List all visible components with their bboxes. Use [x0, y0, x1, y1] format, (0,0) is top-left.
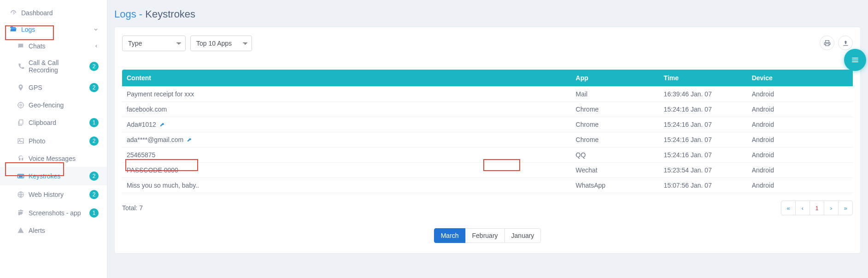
table-row[interactable]: Payment receipt for xxxMail16:39:46 Jan.… [122, 87, 853, 102]
sidebar-label: Web History [29, 191, 89, 198]
svg-rect-6 [18, 175, 19, 176]
sidebar-badge: 2 [89, 83, 99, 92]
cell-device: Android [747, 132, 853, 148]
chats-icon [16, 42, 26, 50]
cell-app: Chrome [571, 132, 659, 148]
sidebar-item-keystrokes[interactable]: Keystrokes2 [0, 167, 107, 185]
page-title-sub: Keystrokes [145, 8, 195, 20]
cell-content: Miss you so much, baby.. [122, 178, 571, 193]
cell-time: 16:39:46 Jan. 07 [659, 87, 747, 102]
sidebar-item-gps[interactable]: GPS2 [0, 78, 107, 97]
screenshots-icon [16, 209, 26, 217]
cell-device: Android [747, 148, 853, 163]
toolbar: Type Top 10 Apps [122, 35, 853, 51]
cell-device: Android [747, 87, 853, 102]
sidebar-item-calls[interactable]: Call & Call Recording2 [0, 54, 107, 78]
page-title-sep: - [136, 8, 146, 20]
svg-point-4 [19, 140, 20, 141]
sidebar-badge: 2 [89, 172, 99, 181]
table-row[interactable]: Miss you so much, baby..WhatsApp15:07:56… [122, 178, 853, 193]
table-row[interactable]: Ada#1012 Chrome15:24:16 Jan. 07Android [122, 117, 853, 132]
print-button[interactable] [820, 35, 834, 50]
cell-time: 15:24:16 Jan. 07 [659, 102, 747, 117]
table-header-row: Content App Time Device [122, 70, 853, 87]
sidebar-item-alerts[interactable]: Alerts [0, 222, 107, 239]
table-row[interactable]: facebook.comChrome15:24:16 Jan. 07Androi… [122, 102, 853, 117]
page-last-button[interactable]: » [838, 201, 853, 215]
page-prev-button[interactable]: ‹ [795, 201, 810, 215]
sidebar-item-screenshots[interactable]: Screenshots - app1 [0, 204, 107, 222]
sidebar-label: Screenshots - app [29, 209, 89, 217]
menu-fab-button[interactable] [844, 49, 866, 71]
cell-content: Ada#1012 [122, 117, 571, 132]
svg-rect-13 [825, 43, 829, 45]
table-row[interactable]: ada****@gmail.com Chrome15:24:16 Jan. 07… [122, 132, 853, 148]
page-title: Logs - Keystrokes [114, 8, 861, 20]
gps-icon [16, 84, 26, 91]
sidebar-badge: 2 [89, 62, 99, 71]
month-button-january[interactable]: January [504, 228, 541, 243]
sidebar-item-webhistory[interactable]: Web History2 [0, 185, 107, 204]
sidebar-item-clipboard[interactable]: Clipboard1 [0, 113, 107, 132]
cell-device: Android [747, 163, 853, 178]
sidebar-label: Logs [21, 26, 93, 33]
clipboard-icon [16, 119, 26, 126]
cell-device: Android [747, 178, 853, 193]
col-device[interactable]: Device [747, 70, 853, 87]
month-button-february[interactable]: February [465, 228, 505, 243]
sidebar-badge: 2 [89, 190, 99, 199]
total-count: Total: 7 [122, 204, 143, 212]
cell-time: 15:24:16 Jan. 07 [659, 117, 747, 132]
sidebar-item-photo[interactable]: Photo2 [0, 132, 107, 150]
page-first-button[interactable]: « [781, 201, 796, 215]
sidebar-item-voice[interactable]: Voice Messages [0, 150, 107, 167]
col-content[interactable]: Content [122, 70, 571, 87]
keystrokes-table: Content App Time Device Payment receipt … [122, 70, 853, 193]
cell-app: QQ [571, 148, 659, 163]
col-time[interactable]: Time [659, 70, 747, 87]
page-next-button[interactable]: › [824, 201, 839, 215]
svg-point-0 [18, 102, 23, 108]
calls-icon [16, 63, 26, 70]
cell-content: ada****@gmail.com [122, 132, 571, 148]
alerts-icon [16, 227, 26, 234]
svg-rect-9 [22, 175, 23, 176]
pagination: « ‹ 1 › » [781, 201, 853, 215]
sidebar-badge: 1 [89, 208, 99, 218]
chevron-down-icon [93, 27, 99, 32]
cell-device: Android [747, 117, 853, 132]
voice-icon [16, 155, 26, 162]
top-apps-select[interactable]: Top 10 Apps [190, 35, 252, 51]
month-button-march[interactable]: March [434, 228, 466, 243]
content-panel: Type Top 10 Apps [114, 27, 861, 254]
sidebar-item-chats[interactable]: Chats [0, 38, 107, 54]
sidebar-item-dashboard[interactable]: Dashboard [0, 5, 107, 21]
sidebar-label: Keystrokes [29, 172, 89, 180]
sidebar-label: Chats [29, 42, 94, 50]
table-row[interactable]: 25465875QQ15:24:16 Jan. 07Android [122, 148, 853, 163]
sidebar-item-logs[interactable]: Logs [0, 21, 107, 38]
sidebar-label: Dashboard [21, 9, 99, 17]
page-number-button[interactable]: 1 [809, 201, 824, 215]
table-row[interactable]: PASSCODE 0000Wechat15:23:54 Jan. 07Andro… [122, 163, 853, 178]
key-icon [158, 121, 165, 128]
cell-app: WhatsApp [571, 178, 659, 193]
svg-rect-10 [19, 177, 23, 177]
page-title-main: Logs [114, 8, 136, 20]
svg-rect-8 [21, 175, 22, 176]
sidebar-badge: 1 [89, 118, 99, 127]
cell-content: PASSCODE 0000 [122, 163, 571, 178]
col-app[interactable]: App [571, 70, 659, 87]
type-select[interactable]: Type [122, 35, 186, 51]
cell-content: facebook.com [122, 102, 571, 117]
cell-device: Android [747, 102, 853, 117]
cell-app: Mail [571, 87, 659, 102]
photo-icon [16, 137, 26, 145]
cell-app: Chrome [571, 117, 659, 132]
sidebar-label: Geo-fencing [29, 101, 99, 109]
sidebar-label: Call & Call Recording [29, 59, 89, 74]
sidebar-item-geofencing[interactable]: Geo-fencing [0, 97, 107, 113]
cell-time: 15:24:16 Jan. 07 [659, 148, 747, 163]
export-button[interactable] [838, 35, 853, 50]
dashboard-icon [8, 9, 18, 17]
